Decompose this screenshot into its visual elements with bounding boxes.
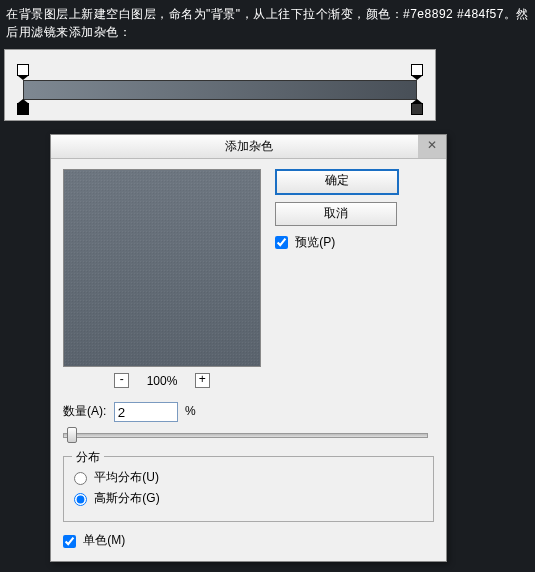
- dialog-title: 添加杂色: [225, 139, 273, 153]
- monochrome-label: 单色(M): [83, 533, 125, 547]
- dialog-titlebar[interactable]: 添加杂色 ✕: [51, 135, 446, 159]
- monochrome-checkbox[interactable]: [63, 535, 76, 548]
- zoom-out-button[interactable]: -: [114, 373, 129, 388]
- gradient-bar[interactable]: [23, 80, 417, 100]
- preview-label: 预览(P): [295, 235, 335, 249]
- amount-label: 数量(A):: [63, 405, 106, 419]
- distribution-legend: 分布: [72, 449, 104, 466]
- noise-preview[interactable]: [63, 169, 261, 367]
- close-button[interactable]: ✕: [418, 135, 446, 158]
- opacity-stop-left[interactable]: [17, 64, 29, 78]
- zoom-value: 100%: [147, 374, 178, 388]
- cancel-button[interactable]: 取消: [275, 202, 397, 226]
- add-noise-dialog: 添加杂色 ✕ - 100% + 确定 取消 预览(P): [50, 134, 447, 562]
- opacity-stop-right[interactable]: [411, 64, 423, 78]
- distribution-fieldset: 分布 平均分布(U) 高斯分布(G): [63, 456, 434, 522]
- gradient-editor[interactable]: [4, 49, 436, 121]
- amount-unit: %: [185, 405, 196, 419]
- instruction-text: 在背景图层上新建空白图层，命名为"背景"，从上往下拉个渐变，颜色：#7e8892…: [0, 0, 535, 49]
- gaussian-radio[interactable]: [74, 493, 87, 506]
- amount-input[interactable]: [114, 402, 178, 422]
- color-stop-left[interactable]: [17, 99, 29, 113]
- amount-slider[interactable]: [63, 426, 434, 442]
- preview-checkbox[interactable]: [275, 236, 288, 249]
- zoom-in-button[interactable]: +: [195, 373, 210, 388]
- uniform-label: 平均分布(U): [94, 470, 159, 484]
- color-stop-right[interactable]: [411, 99, 423, 113]
- uniform-radio[interactable]: [74, 472, 87, 485]
- ok-button[interactable]: 确定: [275, 169, 399, 195]
- gaussian-label: 高斯分布(G): [94, 491, 159, 505]
- amount-slider-thumb[interactable]: [67, 427, 77, 443]
